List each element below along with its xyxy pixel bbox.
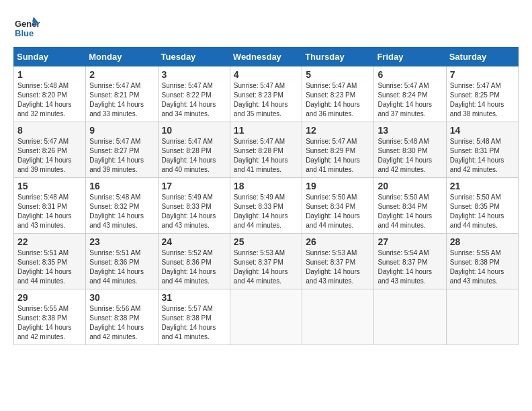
calendar-cell [302, 289, 374, 345]
sunset-text: Sunset: 8:20 PM [17, 91, 67, 99]
sunrise-text: Sunrise: 5:48 AM [89, 193, 140, 201]
day-header: Sunday [14, 48, 86, 66]
day-info: Sunrise: 5:56 AM Sunset: 8:38 PM Dayligh… [89, 304, 154, 342]
daylight-text: Daylight: 14 hours and 41 minutes. [306, 156, 360, 173]
calendar-cell: 6 Sunrise: 5:47 AM Sunset: 8:24 PM Dayli… [374, 66, 446, 122]
day-number: 30 [89, 292, 154, 303]
sunrise-text: Sunrise: 5:50 AM [450, 193, 501, 201]
day-number: 20 [378, 181, 442, 191]
daylight-text: Daylight: 14 hours and 39 minutes. [89, 156, 144, 173]
day-info: Sunrise: 5:47 AM Sunset: 8:21 PM Dayligh… [89, 81, 154, 119]
day-info: Sunrise: 5:48 AM Sunset: 8:20 PM Dayligh… [17, 81, 82, 119]
sunrise-text: Sunrise: 5:48 AM [378, 138, 429, 145]
daylight-text: Daylight: 14 hours and 33 minutes. [89, 101, 144, 118]
day-info: Sunrise: 5:47 AM Sunset: 8:23 PM Dayligh… [306, 81, 370, 119]
day-number: 3 [162, 69, 226, 80]
sunset-text: Sunset: 8:38 PM [89, 314, 139, 322]
sunset-text: Sunset: 8:28 PM [234, 147, 283, 154]
calendar-cell: 13 Sunrise: 5:48 AM Sunset: 8:30 PM Dayl… [374, 122, 446, 178]
sunset-text: Sunset: 8:30 PM [378, 147, 427, 154]
calendar-cell: 20 Sunrise: 5:50 AM Sunset: 8:34 PM Dayl… [374, 178, 446, 234]
day-info: Sunrise: 5:47 AM Sunset: 8:26 PM Dayligh… [17, 137, 82, 175]
sunset-text: Sunset: 8:34 PM [378, 203, 427, 210]
sunset-text: Sunset: 8:28 PM [162, 147, 212, 154]
sunset-text: Sunset: 8:26 PM [17, 147, 67, 154]
day-number: 28 [450, 236, 515, 247]
sunrise-text: Sunrise: 5:57 AM [162, 305, 213, 312]
daylight-text: Daylight: 14 hours and 44 minutes. [234, 268, 288, 285]
day-number: 5 [306, 69, 370, 80]
day-number: 15 [17, 181, 82, 191]
daylight-text: Daylight: 14 hours and 44 minutes. [306, 212, 360, 229]
sunset-text: Sunset: 8:37 PM [306, 259, 355, 266]
sunset-text: Sunset: 8:38 PM [450, 259, 500, 266]
sunset-text: Sunset: 8:38 PM [162, 314, 212, 322]
day-info: Sunrise: 5:54 AM Sunset: 8:37 PM Dayligh… [378, 248, 442, 286]
sunset-text: Sunset: 8:27 PM [89, 147, 139, 154]
sunrise-text: Sunrise: 5:48 AM [17, 82, 69, 89]
day-header: Wednesday [230, 48, 302, 66]
sunrise-text: Sunrise: 5:54 AM [378, 249, 429, 257]
daylight-text: Daylight: 14 hours and 40 minutes. [162, 156, 216, 173]
sunrise-text: Sunrise: 5:47 AM [306, 82, 357, 89]
day-info: Sunrise: 5:47 AM Sunset: 8:27 PM Dayligh… [89, 137, 154, 175]
sunset-text: Sunset: 8:36 PM [89, 259, 139, 266]
sunrise-text: Sunrise: 5:47 AM [17, 138, 69, 145]
day-info: Sunrise: 5:52 AM Sunset: 8:36 PM Dayligh… [162, 248, 226, 286]
day-number: 2 [89, 69, 154, 80]
sunset-text: Sunset: 8:33 PM [162, 203, 212, 210]
header: General Blue [13, 13, 519, 40]
daylight-text: Daylight: 14 hours and 32 minutes. [17, 101, 72, 118]
calendar-cell: 8 Sunrise: 5:47 AM Sunset: 8:26 PM Dayli… [14, 122, 86, 178]
sunrise-text: Sunrise: 5:51 AM [17, 249, 69, 257]
sunset-text: Sunset: 8:34 PM [306, 203, 355, 210]
calendar-cell: 29 Sunrise: 5:55 AM Sunset: 8:38 PM Dayl… [14, 289, 86, 345]
day-number: 27 [378, 236, 442, 247]
day-number: 14 [450, 125, 515, 136]
day-number: 13 [378, 125, 442, 136]
calendar-cell: 11 Sunrise: 5:47 AM Sunset: 8:28 PM Dayl… [230, 122, 302, 178]
calendar-cell [446, 289, 518, 345]
day-header: Thursday [302, 48, 374, 66]
day-info: Sunrise: 5:53 AM Sunset: 8:37 PM Dayligh… [306, 248, 370, 286]
calendar-cell: 28 Sunrise: 5:55 AM Sunset: 8:38 PM Dayl… [446, 234, 518, 289]
day-number: 21 [450, 181, 515, 191]
day-info: Sunrise: 5:51 AM Sunset: 8:35 PM Dayligh… [17, 248, 82, 286]
sunrise-text: Sunrise: 5:52 AM [162, 249, 213, 257]
sunrise-text: Sunrise: 5:49 AM [162, 193, 213, 201]
calendar-cell [374, 289, 446, 345]
daylight-text: Daylight: 14 hours and 35 minutes. [234, 101, 288, 118]
day-info: Sunrise: 5:47 AM Sunset: 8:22 PM Dayligh… [162, 81, 226, 119]
calendar-cell: 19 Sunrise: 5:50 AM Sunset: 8:34 PM Dayl… [302, 178, 374, 234]
sunrise-text: Sunrise: 5:47 AM [89, 82, 140, 89]
day-info: Sunrise: 5:47 AM Sunset: 8:24 PM Dayligh… [378, 81, 442, 119]
sunset-text: Sunset: 8:32 PM [89, 203, 139, 210]
sunrise-text: Sunrise: 5:50 AM [378, 193, 429, 201]
calendar-cell: 31 Sunrise: 5:57 AM Sunset: 8:38 PM Dayl… [158, 289, 230, 345]
logo-icon: General Blue [13, 13, 40, 40]
day-header: Monday [86, 48, 158, 66]
daylight-text: Daylight: 14 hours and 43 minutes. [17, 212, 72, 229]
calendar-cell: 5 Sunrise: 5:47 AM Sunset: 8:23 PM Dayli… [302, 66, 374, 122]
sunset-text: Sunset: 8:36 PM [162, 259, 212, 266]
sunrise-text: Sunrise: 5:56 AM [89, 305, 140, 312]
day-number: 26 [306, 236, 370, 247]
sunrise-text: Sunrise: 5:48 AM [450, 138, 501, 145]
day-info: Sunrise: 5:47 AM Sunset: 8:25 PM Dayligh… [450, 81, 515, 119]
day-info: Sunrise: 5:50 AM Sunset: 8:34 PM Dayligh… [306, 193, 370, 230]
sunset-text: Sunset: 8:25 PM [450, 91, 500, 99]
day-info: Sunrise: 5:51 AM Sunset: 8:36 PM Dayligh… [89, 248, 154, 286]
calendar-week-row: 1 Sunrise: 5:48 AM Sunset: 8:20 PM Dayli… [14, 66, 519, 122]
sunset-text: Sunset: 8:24 PM [378, 91, 427, 99]
daylight-text: Daylight: 14 hours and 41 minutes. [234, 156, 288, 173]
sunrise-text: Sunrise: 5:49 AM [234, 193, 285, 201]
logo: General Blue [13, 13, 40, 40]
day-info: Sunrise: 5:47 AM Sunset: 8:28 PM Dayligh… [234, 137, 298, 175]
sunset-text: Sunset: 8:31 PM [450, 147, 500, 154]
calendar-cell: 21 Sunrise: 5:50 AM Sunset: 8:35 PM Dayl… [446, 178, 518, 234]
sunrise-text: Sunrise: 5:50 AM [306, 193, 357, 201]
day-number: 7 [450, 69, 515, 80]
daylight-text: Daylight: 14 hours and 37 minutes. [378, 101, 432, 118]
sunrise-text: Sunrise: 5:53 AM [234, 249, 285, 257]
calendar-cell: 22 Sunrise: 5:51 AM Sunset: 8:35 PM Dayl… [14, 234, 86, 289]
